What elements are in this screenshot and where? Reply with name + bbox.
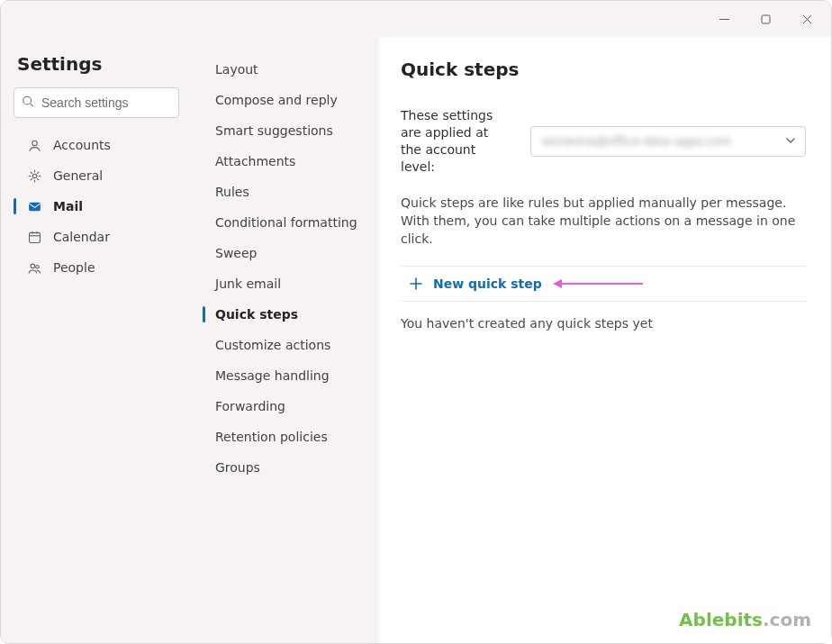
mail-icon	[26, 199, 42, 214]
main-panel: Quick steps These settings are applied a…	[379, 37, 831, 643]
maximize-button[interactable]	[745, 5, 786, 33]
sidebar-item-accounts[interactable]: Accounts	[14, 131, 179, 159]
page-title: Quick steps	[401, 59, 806, 80]
watermark-tld: .com	[763, 609, 811, 630]
calendar-icon	[26, 230, 42, 245]
subnav-label: Junk email	[215, 277, 281, 291]
svg-rect-8	[29, 202, 41, 210]
sidebar-item-label: People	[53, 260, 95, 275]
search-input[interactable]	[14, 87, 179, 118]
subnav-label: Message handling	[215, 368, 330, 383]
new-quick-step-row: New quick step	[401, 266, 806, 302]
account-scope-row: These settings are applied at the accoun…	[401, 107, 806, 176]
settings-sidebar: Settings Accounts Gene	[1, 37, 190, 643]
minimize-button[interactable]	[703, 5, 745, 33]
subnav-conditional-formatting[interactable]: Conditional formatting	[203, 208, 370, 237]
subnav-label: Quick steps	[215, 307, 298, 322]
account-select[interactable]: someone@office-data-apps.com	[530, 126, 806, 157]
svg-point-6	[32, 141, 36, 145]
subnav-quick-steps[interactable]: Quick steps	[203, 300, 370, 329]
account-scope-label: These settings are applied at the accoun…	[401, 107, 507, 176]
subnav-label: Sweep	[215, 246, 257, 260]
subnav-label: Attachments	[215, 154, 295, 168]
people-icon	[26, 260, 42, 276]
subnav-junk-email[interactable]: Junk email	[203, 269, 370, 298]
new-quick-step-label: New quick step	[433, 277, 542, 291]
subnav-label: Conditional formatting	[215, 215, 357, 230]
svg-rect-1	[762, 15, 770, 23]
subnav-attachments[interactable]: Attachments	[203, 147, 370, 176]
subnav-compose[interactable]: Compose and reply	[203, 86, 370, 114]
sidebar-nav: Accounts General Mail	[14, 131, 179, 282]
sidebar-item-general[interactable]: General	[14, 161, 179, 190]
sidebar-item-label: General	[53, 168, 103, 183]
subnav-sweep[interactable]: Sweep	[203, 239, 370, 268]
subnav-label: Compose and reply	[215, 93, 338, 107]
arrow-annotation-icon	[553, 279, 643, 288]
close-button[interactable]	[786, 5, 827, 33]
sidebar-item-label: Mail	[53, 199, 83, 213]
sidebar-item-calendar[interactable]: Calendar	[14, 222, 179, 251]
sidebar-item-mail[interactable]: Mail	[14, 192, 179, 221]
subnav-message-handling[interactable]: Message handling	[203, 361, 370, 390]
sidebar-item-people[interactable]: People	[14, 253, 179, 282]
subnav-layout[interactable]: Layout	[203, 55, 370, 84]
account-select-value: someone@office-data-apps.com	[542, 134, 731, 148]
watermark-brand: Ablebits	[679, 609, 763, 630]
mail-subnav: Layout Compose and reply Smart suggestio…	[190, 37, 379, 643]
quick-steps-description: Quick steps are like rules but applied m…	[401, 194, 806, 249]
svg-point-14	[35, 265, 39, 268]
subnav-groups[interactable]: Groups	[203, 453, 370, 482]
settings-window: Settings Accounts Gene	[0, 0, 832, 644]
subnav-customize-actions[interactable]: Customize actions	[203, 331, 370, 359]
subnav-label: Customize actions	[215, 338, 330, 352]
sidebar-item-label: Accounts	[53, 138, 111, 152]
subnav-label: Layout	[215, 62, 258, 77]
search-wrap	[14, 87, 179, 118]
sidebar-item-label: Calendar	[53, 230, 110, 244]
svg-point-7	[32, 174, 36, 177]
new-quick-step-button[interactable]: New quick step	[402, 276, 542, 292]
svg-line-5	[31, 104, 33, 106]
subnav-rules[interactable]: Rules	[203, 177, 370, 206]
titlebar	[1, 1, 831, 37]
subnav-label: Rules	[215, 185, 249, 199]
svg-point-13	[31, 264, 34, 268]
subnav-label: Retention policies	[215, 430, 328, 444]
plus-icon	[408, 276, 424, 292]
subnav-forwarding[interactable]: Forwarding	[203, 392, 370, 421]
watermark: Ablebits.com	[679, 609, 811, 630]
subnav-retention-policies[interactable]: Retention policies	[203, 422, 370, 451]
svg-point-4	[23, 96, 32, 104]
subnav-label: Smart suggestions	[215, 123, 333, 138]
settings-title: Settings	[17, 53, 176, 75]
empty-state-text: You haven't created any quick steps yet	[401, 316, 806, 331]
subnav-smart-suggestions[interactable]: Smart suggestions	[203, 116, 370, 145]
person-icon	[26, 138, 42, 153]
gear-icon	[26, 168, 42, 184]
subnav-label: Forwarding	[215, 399, 285, 413]
chevron-down-icon	[785, 134, 796, 149]
subnav-label: Groups	[215, 460, 260, 475]
search-icon	[22, 95, 34, 111]
svg-rect-9	[29, 232, 40, 242]
